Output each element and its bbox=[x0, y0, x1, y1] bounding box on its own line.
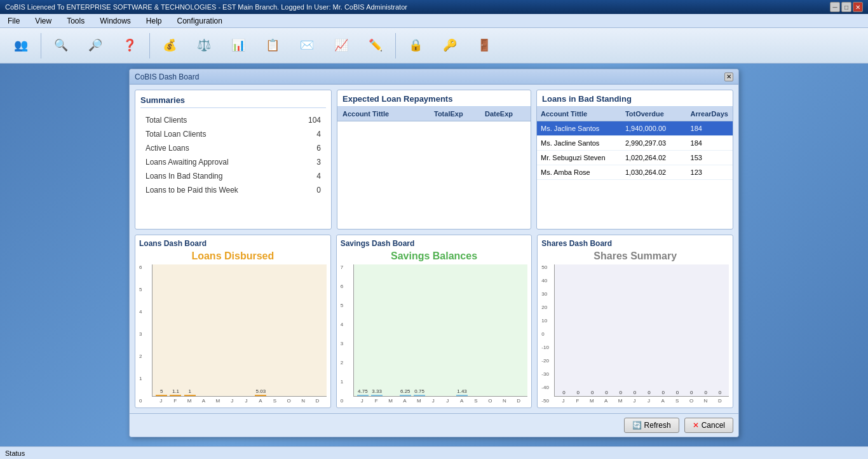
bad-col-account: Account Tittle bbox=[537, 109, 621, 119]
close-button[interactable]: ✕ bbox=[853, 2, 863, 12]
toolbar-members[interactable]: 👥 bbox=[5, 31, 37, 61]
summary-paid-week[interactable]: Loans to be Paid this Week 0 bbox=[140, 183, 326, 197]
bad-row-1[interactable]: Ms. Jacline Santos 1,940,000.00 184 bbox=[537, 121, 733, 136]
menu-windows[interactable]: Windows bbox=[97, 16, 133, 26]
bad-standing-panel: Loans in Bad Standing Account Tittle Tot… bbox=[536, 90, 733, 230]
shares-bar-group-0: 0 bbox=[557, 390, 570, 396]
top-section: Summaries Total Clients 104 Total Loan C… bbox=[135, 90, 733, 230]
dashboard-title-bar: CoBIS Dash Board ✕ bbox=[130, 69, 738, 85]
toolbar-separator2 bbox=[149, 33, 150, 58]
bar-value-2: 1 bbox=[189, 388, 191, 394]
dashboard-footer: 🔄 Refresh ✕ Cancel bbox=[130, 413, 738, 437]
balance-icon: ⚖️ bbox=[194, 35, 214, 55]
bar-group-1: 1.1 bbox=[169, 388, 182, 396]
savings-chart-panel: Savings Dash Board Savings Balances 7654… bbox=[336, 235, 532, 408]
bar-2 bbox=[184, 395, 196, 396]
summary-bad-standing[interactable]: Loans In Bad Standing 4 bbox=[140, 169, 326, 183]
bad-account-2: Ms. Jacline Santos bbox=[537, 138, 621, 148]
toolbar-loans[interactable]: 💰 bbox=[154, 31, 186, 61]
shares-bar-group-11: 0 bbox=[714, 390, 726, 396]
shares-y-axis: 50403020100-10-20-30-40-50 bbox=[541, 264, 554, 404]
shares-y-label: 50 bbox=[541, 264, 553, 270]
y-label: 5 bbox=[341, 303, 352, 308]
shares-bar-group-3: 0 bbox=[600, 390, 613, 396]
refresh-label: Refresh bbox=[644, 421, 671, 430]
shares-y-label: 10 bbox=[541, 318, 553, 324]
shares-bar-value-2: 0 bbox=[591, 390, 593, 395]
savings-chart-title: Savings Dash Board bbox=[341, 239, 528, 248]
bar-group-7: 5.03 bbox=[254, 388, 267, 396]
refresh-button[interactable]: 🔄 Refresh bbox=[624, 418, 679, 433]
shares-bar-value-7: 0 bbox=[661, 390, 664, 395]
x-label-11: D bbox=[512, 398, 525, 404]
minimize-button[interactable]: ─ bbox=[830, 2, 840, 12]
shares-x-label-4: M bbox=[614, 398, 627, 404]
y-label: 5 bbox=[139, 287, 151, 292]
summary-active-loans[interactable]: Active Loans 6 bbox=[140, 141, 326, 155]
shares-y-label: -30 bbox=[541, 371, 553, 377]
toolbar-charts[interactable]: 📈 bbox=[325, 31, 357, 61]
y-label: 4 bbox=[341, 322, 352, 327]
summary-total-clients[interactable]: Total Clients 104 bbox=[140, 113, 326, 127]
bar-1 bbox=[371, 395, 383, 396]
main-content: CoBIS Dash Board ✕ Summaries Total Clien… bbox=[0, 64, 868, 446]
shares-chart-area: 50403020100-10-20-30-40-50 000000000000 … bbox=[541, 264, 729, 404]
shares-bar-value-5: 0 bbox=[634, 390, 636, 395]
summary-total-loan-clients[interactable]: Total Loan Clients 4 bbox=[140, 127, 326, 141]
toolbar-search[interactable]: 🔍 bbox=[45, 31, 77, 61]
y-label: 6 bbox=[341, 284, 352, 289]
toolbar-edit[interactable]: ✏️ bbox=[360, 31, 391, 61]
cancel-button[interactable]: ✕ Cancel bbox=[684, 418, 733, 433]
shares-chart-bars: 000000000000 JFMAMJJASOND bbox=[554, 264, 729, 404]
toolbar-security[interactable]: 🔒 bbox=[400, 31, 431, 61]
shares-bar-group-1: 0 bbox=[572, 390, 585, 396]
bad-row-4[interactable]: Ms. Amba Rose 1,030,264.02 123 bbox=[537, 165, 733, 180]
dash-close[interactable]: ✕ bbox=[724, 72, 733, 81]
shares-y-label: 0 bbox=[541, 331, 553, 337]
shares-bar-value-8: 0 bbox=[676, 390, 679, 395]
menu-help[interactable]: Help bbox=[144, 16, 165, 26]
toolbar-lookup[interactable]: 🔎 bbox=[79, 31, 111, 61]
bottom-section: Loans Dash Board Loans Disbursed 6543210… bbox=[135, 235, 733, 408]
summary-awaiting-approval[interactable]: Loans Awaiting Approval 3 bbox=[140, 155, 326, 169]
bar-group-8 bbox=[470, 395, 482, 396]
y-label: 6 bbox=[139, 264, 151, 270]
loans-chart-bars: 51.115.03 JFMAMJJASOND bbox=[152, 264, 327, 404]
summary-label-loan-clients: Total Loan Clients bbox=[146, 130, 206, 139]
menu-view[interactable]: View bbox=[32, 16, 54, 26]
toolbar-help[interactable]: ❓ bbox=[114, 31, 146, 61]
bar-group-2: 1 bbox=[184, 388, 196, 396]
shares-bar-group-4: 0 bbox=[614, 390, 627, 396]
y-label: 0 bbox=[139, 398, 151, 404]
expected-table-body bbox=[337, 121, 531, 229]
maximize-button[interactable]: □ bbox=[841, 2, 851, 12]
menu-tools[interactable]: Tools bbox=[64, 16, 87, 26]
help-icon: ❓ bbox=[119, 35, 140, 55]
toolbar-sms[interactable]: ✉️ bbox=[291, 31, 323, 61]
bad-account-4: Ms. Amba Rose bbox=[537, 167, 621, 177]
dashboard-controls: ✕ bbox=[724, 72, 733, 81]
lookup-icon: 🔎 bbox=[85, 35, 105, 55]
shares-bar-group-5: 0 bbox=[628, 390, 641, 396]
shares-bar-value-11: 0 bbox=[719, 390, 721, 395]
expected-col-account: Account Tittle bbox=[337, 109, 429, 119]
y-label: 0 bbox=[341, 398, 352, 404]
shares-x-label-1: F bbox=[571, 398, 584, 404]
toolbar-forms[interactable]: 📋 bbox=[257, 31, 288, 61]
shares-chart-subtitle: Shares Summary bbox=[541, 250, 729, 262]
x-label-10: N bbox=[498, 398, 511, 404]
toolbar-reports[interactable]: 📊 bbox=[222, 31, 254, 61]
menu-file[interactable]: File bbox=[5, 16, 22, 26]
toolbar-lock[interactable]: 🔑 bbox=[434, 31, 466, 61]
bad-row-3[interactable]: Mr. Sebuguzi Steven 1,020,264.02 153 bbox=[537, 151, 733, 165]
toolbar-exit[interactable]: 🚪 bbox=[468, 31, 500, 61]
x-label-7: A bbox=[455, 398, 468, 404]
bar-value-7: 5.03 bbox=[256, 388, 266, 394]
toolbar-balance[interactable]: ⚖️ bbox=[188, 31, 220, 61]
menu-configuration[interactable]: Configuration bbox=[175, 16, 225, 26]
bar-4 bbox=[414, 395, 425, 396]
bad-row-2[interactable]: Ms. Jacline Santos 2,990,297.03 184 bbox=[537, 136, 733, 151]
title-text: CoBIS Licenced To ENTERPRISE SOFTWARE & … bbox=[5, 3, 407, 11]
summary-label-paid-week: Loans to be Paid this Week bbox=[146, 186, 238, 195]
shares-bar-value-9: 0 bbox=[690, 390, 693, 395]
